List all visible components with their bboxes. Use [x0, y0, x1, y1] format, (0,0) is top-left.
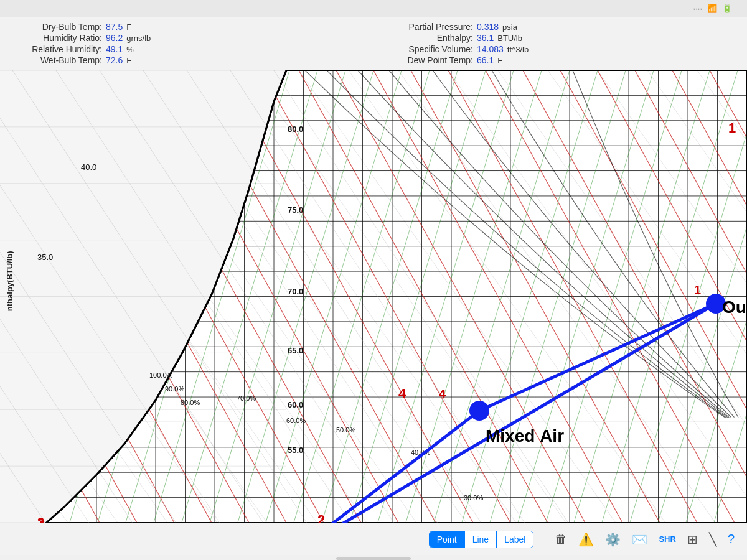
shr-button[interactable]: SHR — [656, 532, 678, 546]
settings-icon[interactable]: ⚙️ — [603, 530, 623, 549]
info-row: Dry-Bulb Temp:87.5F — [15, 21, 361, 32]
help-icon[interactable]: ? — [725, 530, 737, 549]
info-row: Relative Humidity:49.1% — [15, 44, 361, 55]
info-row: Enthalpy:36.1BTU/lb — [386, 32, 732, 44]
info-row: Partial Pressure:0.318psia — [386, 21, 732, 32]
info-row: Humidity Ratio:96.2grns/lb — [15, 32, 361, 44]
info-row: Dew Point Temp:66.1F — [386, 55, 732, 66]
grid-icon[interactable]: ⊞ — [685, 530, 700, 549]
mode-point-button[interactable]: Point — [430, 531, 465, 548]
status-bar: ···· 📶 🔋 — [0, 0, 747, 17]
scroll-indicator — [336, 557, 411, 560]
info-panel: Dry-Bulb Temp:87.5FHumidity Ratio:96.2gr… — [0, 17, 747, 70]
info-left: Dry-Bulb Temp:87.5FHumidity Ratio:96.2gr… — [15, 21, 361, 66]
signal-icon: ···· — [693, 4, 702, 13]
line-tool-icon[interactable]: ╲ — [707, 530, 719, 549]
info-right: Partial Pressure:0.318psiaEnthalpy:36.1B… — [386, 21, 732, 66]
toolbar: PointLineLabel 🗑 ⚠️ ⚙️ ✉️ SHR ⊞ ╲ ? — [0, 523, 747, 555]
info-row: Wet-Bulb Temp:72.6F — [15, 55, 361, 66]
battery-icon: 🔋 — [722, 4, 732, 13]
info-row: Specific Volume:14.083ft^3/lb — [386, 44, 732, 55]
psychrometric-chart[interactable] — [0, 70, 747, 523]
mode-line-button[interactable]: Line — [465, 531, 497, 548]
trash-icon[interactable]: 🗑 — [552, 530, 570, 549]
mode-label-button[interactable]: Label — [497, 531, 533, 548]
wifi-icon: 📶 — [707, 4, 717, 13]
toolbar-icons: 🗑 ⚠️ ⚙️ ✉️ SHR ⊞ ╲ ? — [552, 530, 737, 549]
email-icon[interactable]: ✉️ — [629, 530, 650, 549]
mode-button-group: PointLineLabel — [429, 531, 534, 548]
warning-icon[interactable]: ⚠️ — [576, 530, 596, 549]
